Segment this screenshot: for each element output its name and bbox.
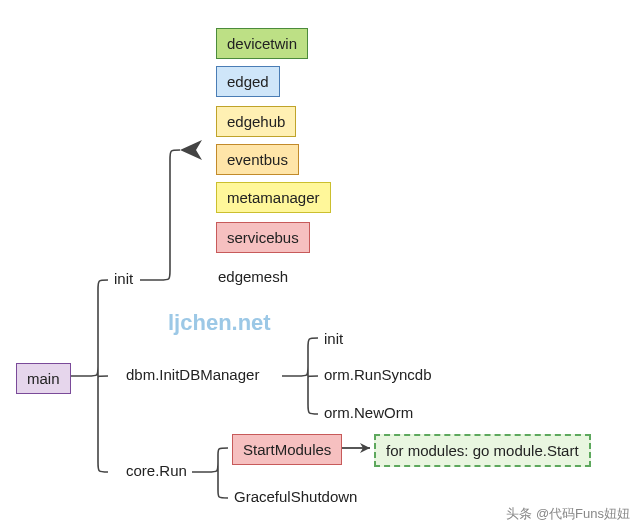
core-run-gracefulshutdown: GracefulShutdown [234,488,357,505]
module-eventbus: eventbus [216,144,299,175]
module-edgemesh: edgemesh [218,268,288,285]
node-main: main [16,363,71,394]
attribution: 头条 @代码Funs妞妞 [506,505,630,523]
dbm-child-syncdb: orm.RunSyncdb [324,366,432,383]
watermark: ljchen.net [168,310,271,336]
core-run-startmodules: StartModules [232,434,342,465]
branch-core-run: core.Run [126,462,187,479]
dbm-child-neworm: orm.NewOrm [324,404,413,421]
branch-dbm: dbm.InitDBManager [126,366,259,383]
module-servicebus: servicebus [216,222,310,253]
module-devicetwin: devicetwin [216,28,308,59]
branch-init: init [114,270,133,287]
module-edgehub: edgehub [216,106,296,137]
module-edged: edged [216,66,280,97]
dbm-child-init: init [324,330,343,347]
module-metamanager: metamanager [216,182,331,213]
flow-target: for modules: go module.Start [374,434,591,467]
